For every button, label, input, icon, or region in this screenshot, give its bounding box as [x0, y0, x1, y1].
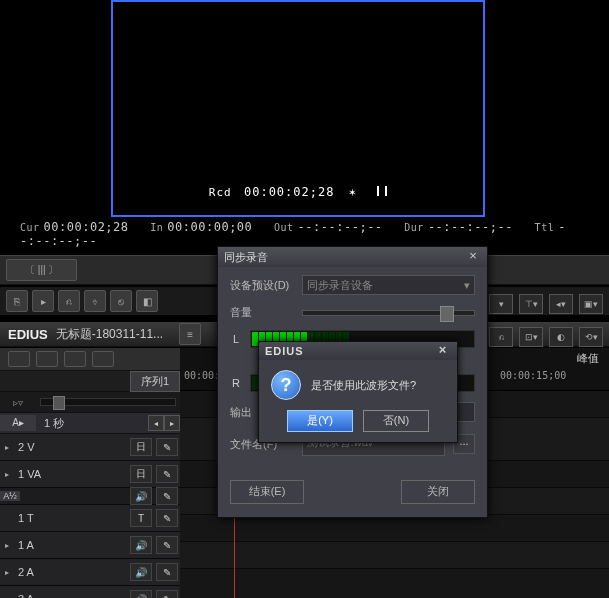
tool-btn-1[interactable]: ⎘ — [6, 290, 28, 312]
magnet-btn[interactable] — [36, 351, 58, 367]
timeline-row[interactable] — [180, 515, 609, 542]
close-icon[interactable]: × — [465, 250, 481, 264]
peak-group: 峰值 — [573, 351, 603, 366]
tool-r7[interactable]: ◐ — [549, 327, 573, 347]
expand-icon[interactable]: ▸ — [0, 443, 14, 452]
volume-slider[interactable] — [302, 310, 475, 316]
track-name: 1 VA — [14, 468, 128, 480]
tool-r8[interactable]: ⟲▾ — [579, 327, 603, 347]
track-type-icon: T — [130, 509, 152, 527]
tool-r3[interactable]: ◂▾ — [549, 294, 573, 314]
track-mute-icon[interactable]: ✎ — [156, 536, 178, 554]
tool-btn-2[interactable]: ▸ — [32, 290, 54, 312]
yes-button[interactable]: 是(Y) — [287, 410, 353, 432]
track-mute-icon[interactable]: ✎ — [156, 563, 178, 581]
scale-left-icon[interactable]: ◂ — [148, 415, 164, 431]
level-l-label: L — [230, 333, 242, 345]
expand-icon[interactable]: ▸ — [0, 541, 14, 550]
track-3A[interactable]: ▸3 A🔊✎ — [0, 586, 180, 598]
rec-label: Rcd — [209, 186, 232, 199]
split-btn[interactable]: ⊤▾ — [519, 294, 543, 314]
confirm-title-bar[interactable]: EDIUS × — [259, 342, 457, 360]
ruler-mark-1: 00:00:15;00 — [500, 370, 566, 381]
no-button[interactable]: 否(N) — [363, 410, 429, 432]
tool-r4[interactable]: ▣▾ — [579, 294, 603, 314]
expand-icon[interactable]: ▸ — [0, 568, 14, 577]
link-btn[interactable] — [92, 351, 114, 367]
confirm-title: EDIUS — [265, 345, 304, 357]
ttl-label: Ttl — [535, 222, 555, 233]
scale-label: 1 秒 — [36, 416, 72, 431]
in-value: 00:00:00;00 — [167, 220, 252, 234]
tool-btn-5[interactable]: ⎋ — [110, 290, 132, 312]
question-icon: ? — [271, 370, 301, 400]
track-1A[interactable]: ▸1 A🔊✎ — [0, 532, 180, 559]
track-1VA[interactable]: ▸1 VA日✎ — [0, 461, 180, 488]
end-button[interactable]: 结束(E) — [230, 480, 304, 504]
scale-label-row: A▸ 1 秒 ◂ ▸ — [0, 413, 180, 434]
track-2V[interactable]: ▸2 V日✎ — [0, 434, 180, 461]
jog-slider[interactable]: 〔 ||| 〕 — [6, 259, 77, 281]
tool-r6[interactable]: ⊡▾ — [519, 327, 543, 347]
track-name: 1 T — [14, 512, 128, 524]
sequence-row: 序列1 — [0, 371, 180, 392]
doc-menu-icon[interactable]: ≡ — [179, 323, 201, 345]
pause-icon — [377, 186, 387, 196]
snap-btn[interactable] — [8, 351, 30, 367]
sub-badge: A½ — [0, 491, 20, 501]
tool-btn-3[interactable]: ⎌ — [58, 290, 80, 312]
track-sub: A½🔊✎ — [0, 488, 180, 505]
expand-icon[interactable]: ▸ — [0, 595, 14, 599]
preview-border: Rcd 00:00:02;28 ✶ — [111, 0, 485, 217]
cur-label: Cur — [20, 222, 40, 233]
preset-label: 设备预设(D) — [230, 278, 294, 293]
peak-label: 峰值 — [573, 352, 603, 364]
dur-value: --:--:--;-- — [428, 220, 513, 234]
track-mute-icon[interactable]: ✎ — [156, 438, 178, 456]
right-tools-2: ⎌ ⊡▾ ◐ ⟲▾ — [483, 322, 609, 352]
group-btn[interactable] — [64, 351, 86, 367]
expand-icon[interactable]: ▸ — [0, 470, 14, 479]
dialog-title: 同步录音 — [224, 250, 268, 265]
preset-combo[interactable]: 同步录音设备 — [302, 275, 475, 295]
dialog-title-bar[interactable]: 同步录音 × — [218, 247, 487, 267]
track-2A[interactable]: ▸2 A🔊✎ — [0, 559, 180, 586]
out-label: Out — [274, 222, 294, 233]
track-type-icon: 🔊 — [130, 536, 152, 554]
sub-edit-icon[interactable]: ✎ — [156, 487, 178, 505]
tool-btn-6[interactable]: ◧ — [136, 290, 158, 312]
preview-monitor: Rcd 00:00:02;28 ✶ — [0, 0, 609, 240]
recording-timecode: Rcd 00:00:02;28 ✶ — [113, 185, 483, 199]
rec-time: 00:00:02;28 — [244, 185, 334, 199]
rec-star: ✶ — [349, 185, 357, 199]
dur-label: Dur — [404, 222, 424, 233]
tool-btn-4[interactable]: ⎀ — [84, 290, 106, 312]
track-type-icon: 🔊 — [130, 563, 152, 581]
volume-label: 音量 — [230, 305, 294, 320]
track-mute-icon[interactable]: ✎ — [156, 465, 178, 483]
sub-speaker-icon[interactable]: 🔊 — [130, 487, 152, 505]
tool-r5[interactable]: ⎌ — [489, 327, 513, 347]
track-name: 2 A — [14, 566, 128, 578]
track-mute-icon[interactable]: ✎ — [156, 590, 178, 598]
scale-row: ▹▿ — [0, 392, 180, 413]
app-name: EDIUS — [8, 327, 48, 342]
track-1T[interactable]: 1 TT✎ — [0, 505, 180, 532]
timeline-row[interactable] — [180, 542, 609, 569]
marker-btn[interactable]: ▾ — [489, 294, 513, 314]
scale-right-icon[interactable]: ▸ — [164, 415, 180, 431]
confirm-message: 是否使用此波形文件? — [311, 378, 416, 393]
track-name: 2 V — [14, 441, 128, 453]
confirm-close-icon[interactable]: × — [435, 344, 451, 358]
timecode-bar: Cur00:00:02;28 In00:00:00;00 Out--:--:--… — [0, 220, 609, 248]
document-name: 无标题-180311-11... — [56, 326, 163, 343]
level-r-label: R — [230, 377, 242, 389]
track-name: 1 A — [14, 539, 128, 551]
out-value: --:--:--;-- — [298, 220, 383, 234]
scale-slider[interactable] — [40, 398, 176, 406]
track-mute-icon[interactable]: ✎ — [156, 509, 178, 527]
a-badge: A▸ — [0, 415, 36, 431]
close-button[interactable]: 关闭 — [401, 480, 475, 504]
sequence-tab[interactable]: 序列1 — [130, 371, 180, 392]
track-type-icon: 日 — [130, 438, 152, 456]
